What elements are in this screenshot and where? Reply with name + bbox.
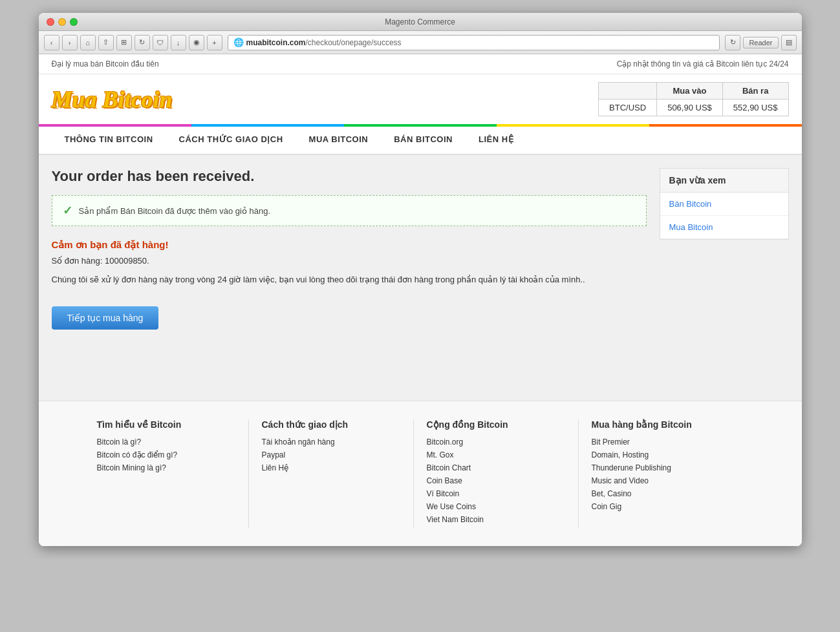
price-table: Mua vào Bán ra BTC/USD 506,90 US$ 552,90… [598, 82, 788, 116]
nav-item-cach-thuc[interactable]: CÁCH THỨC GIAO DỊCH [166, 127, 296, 154]
order-number: Số đơn hàng: 100009850. [52, 256, 647, 266]
site-footer: Tìm hiểu về Bitcoin Bitcoin là gì? Bitco… [39, 401, 802, 546]
grid-button[interactable]: ⊞ [116, 35, 132, 50]
recently-viewed-title: Bạn vừa xem [660, 169, 788, 193]
footer-link-1-0[interactable]: Tài khoản ngân hàng [262, 437, 400, 447]
site-tagline: Đại lý mua bán Bitcoin đầu tiên [52, 59, 159, 68]
footer-col-2-title: Cộng đồng Bitcoin [427, 419, 565, 430]
footer-link-2-0[interactable]: Bitcoin.org [427, 437, 565, 447]
reload-icon[interactable]: ↻ [725, 35, 740, 50]
toolbar: ‹ › ⌂ ⇧ ⊞ ↻ 🛡 ↓ ◉ + 🌐 muabitcoin.com/che… [39, 31, 802, 54]
globe-icon: 🌐 [233, 37, 244, 47]
thank-you-text: Cảm ơn bạn đã đặt hàng! [52, 239, 647, 251]
price-row-label: BTC/USD [599, 100, 657, 116]
footer-link-3-4[interactable]: Bet, Casino [592, 489, 744, 498]
close-button[interactable] [47, 18, 54, 26]
footer-link-2-3[interactable]: Coin Base [427, 476, 565, 485]
share-button[interactable]: ⇧ [98, 35, 114, 50]
footer-link-3-2[interactable]: Thunderune Publishing [592, 463, 744, 472]
main-content: Your order has been received. ✓ Sản phẩm… [39, 155, 802, 401]
continue-shopping-button[interactable]: Tiếp tục mua hàng [52, 306, 159, 330]
nav-item-ban-bitcoin[interactable]: BÁN BITCOIN [381, 127, 466, 154]
footer-link-2-4[interactable]: Ví Bitcoin [427, 489, 565, 498]
window-buttons [47, 18, 78, 26]
footer-link-3-1[interactable]: Domain, Hosting [592, 450, 744, 459]
footer-link-1-1[interactable]: Paypal [262, 450, 400, 459]
footer-grid: Tìm hiểu về Bitcoin Bitcoin là gì? Bitco… [97, 419, 744, 528]
check-icon: ✓ [63, 204, 72, 218]
price-row-sell: 552,90 US$ [722, 100, 788, 116]
footer-link-0-0[interactable]: Bitcoin là gì? [97, 437, 235, 447]
footer-link-3-0[interactable]: Bit Premier [592, 437, 744, 447]
minimize-button[interactable] [58, 18, 66, 26]
site-content: Đại lý mua bán Bitcoin đầu tiên Cập nhật… [39, 54, 802, 546]
recently-viewed-item-0[interactable]: Bán Bitcoin [660, 193, 788, 216]
price-col-buy: Mua vào [657, 83, 723, 100]
footer-col-1: Cách thức giao dịch Tài khoản ngân hàng … [262, 419, 414, 528]
url-path: /checkout/onepage/success [306, 38, 402, 47]
footer-col-2: Cộng đồng Bitcoin Bitcoin.org Mt. Gox Bi… [427, 419, 579, 528]
footer-link-3-5[interactable]: Coin Gig [592, 502, 744, 511]
order-description: Chúng tôi sẽ xử lý đơn hàng này trong vò… [52, 273, 647, 287]
nav-item-thong-tin[interactable]: THÔNG TIN BITCOIN [52, 127, 166, 154]
content-right: Bạn vừa xem Bán Bitcoin Mua Bitcoin [660, 168, 789, 388]
price-col-label [599, 83, 657, 100]
footer-link-1-2[interactable]: Liên Hệ [262, 463, 400, 472]
url-domain: muabitcoin.com [246, 38, 306, 47]
site-update-notice: Cập nhật thông tin và giá cả Bitcoin liê… [617, 59, 789, 68]
home-button[interactable]: ⌂ [80, 35, 96, 50]
back-button[interactable]: ‹ [44, 35, 59, 50]
browser-window: Magento Commerce ‹ › ⌂ ⇧ ⊞ ↻ 🛡 ↓ ◉ + 🌐 m… [39, 13, 802, 546]
footer-link-0-1[interactable]: Bitcoin có đặc điểm gì? [97, 450, 235, 459]
location-button[interactable]: ◉ [189, 35, 204, 50]
nav-bar: THÔNG TIN BITCOIN CÁCH THỨC GIAO DỊCH MU… [39, 127, 802, 155]
footer-col-1-title: Cách thức giao dịch [262, 419, 400, 430]
logo-price-bar: Mua Bitcoin Mua vào Bán ra BTC/USD 506,9… [39, 74, 802, 124]
footer-col-0-title: Tìm hiểu về Bitcoin [97, 419, 235, 430]
add-tab-button[interactable]: + [207, 35, 222, 50]
price-row-buy: 506,90 US$ [657, 100, 723, 116]
content-left: Your order has been received. ✓ Sản phẩm… [52, 168, 647, 388]
recently-viewed-item-1[interactable]: Mua Bitcoin [660, 216, 788, 239]
refresh-button[interactable]: ↻ [135, 35, 150, 50]
footer-link-0-2[interactable]: Bitcoin Mining là gì? [97, 463, 235, 472]
shield-button[interactable]: 🛡 [153, 35, 168, 50]
rss-button[interactable]: ▤ [781, 35, 797, 50]
maximize-button[interactable] [70, 18, 78, 26]
window-title: Magento Commerce [385, 17, 455, 26]
url-display: muabitcoin.com/checkout/onepage/success [246, 38, 402, 47]
nav-item-mua-bitcoin[interactable]: MUA BITCOIN [296, 127, 382, 154]
footer-link-2-5[interactable]: We Use Coins [427, 502, 565, 511]
success-text: Sản phẩm Bán Bitcoin đã được thêm vào gi… [79, 206, 271, 216]
site-header: Đại lý mua bán Bitcoin đầu tiên Cập nhật… [39, 54, 802, 74]
footer-col-3: Mua hàng bằng Bitcoin Bit Premier Domain… [592, 419, 744, 528]
order-title: Your order has been received. [52, 168, 647, 185]
footer-link-3-3[interactable]: Music and Video [592, 476, 744, 485]
address-bar[interactable]: 🌐 muabitcoin.com/checkout/onepage/succes… [228, 35, 720, 50]
site-logo[interactable]: Mua Bitcoin [52, 86, 173, 113]
footer-col-0: Tìm hiểu về Bitcoin Bitcoin là gì? Bitco… [97, 419, 249, 528]
price-col-sell: Bán ra [722, 83, 788, 100]
footer-link-2-6[interactable]: Viet Nam Bitcoin [427, 515, 565, 524]
footer-col-3-title: Mua hàng bằng Bitcoin [592, 419, 744, 430]
success-notification: ✓ Sản phẩm Bán Bitcoin đã được thêm vào … [52, 195, 647, 226]
download-button[interactable]: ↓ [171, 35, 186, 50]
footer-link-2-1[interactable]: Mt. Gox [427, 450, 565, 459]
forward-button[interactable]: › [62, 35, 78, 50]
nav-item-lien-he[interactable]: LIÊN HỆ [466, 127, 526, 154]
footer-link-2-2[interactable]: Bitcoin Chart [427, 463, 565, 472]
title-bar: Magento Commerce [39, 13, 802, 31]
recently-viewed-widget: Bạn vừa xem Bán Bitcoin Mua Bitcoin [660, 168, 789, 240]
reader-button[interactable]: Reader [743, 37, 778, 48]
